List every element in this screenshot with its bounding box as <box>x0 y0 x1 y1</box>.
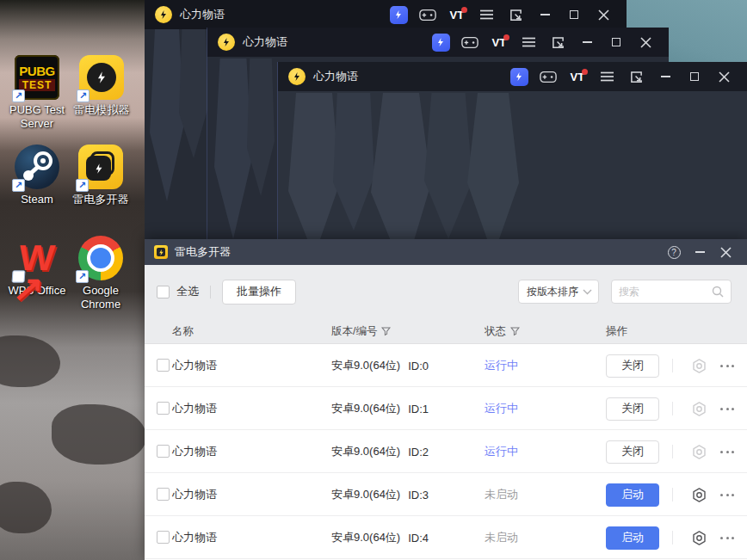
icon-label: Steam <box>21 193 53 206</box>
status-badge: 未启动 <box>485 516 518 559</box>
window-title: 心力物语 <box>243 34 287 50</box>
titlebar[interactable]: 心力物语 VT <box>207 28 669 57</box>
more-options-icon[interactable] <box>720 365 734 367</box>
status-badge: 未启动 <box>485 473 518 516</box>
instance-row: 心力物语 安卓9.0(64位)ID:0 运行中 关闭 <box>145 344 747 387</box>
notification-dot <box>582 69 588 75</box>
row-checkbox[interactable] <box>157 531 170 544</box>
lightning-bolt-icon <box>93 163 105 175</box>
desktop-icon-pubg-test-server[interactable]: PUBG TEST ↗ PUBG Test Server <box>0 55 74 131</box>
divider <box>672 359 673 372</box>
vt-virtualization-button[interactable]: VT <box>442 0 472 29</box>
gamepad-icon[interactable] <box>455 28 485 57</box>
maximize-button[interactable] <box>602 28 631 57</box>
pubg-art-text: PUBG <box>19 64 54 78</box>
settings-gear-icon[interactable] <box>684 401 713 417</box>
more-options-icon[interactable] <box>720 494 734 496</box>
more-options-icon[interactable] <box>720 537 734 539</box>
row-checkbox[interactable] <box>157 402 170 415</box>
settings-gear-icon[interactable] <box>684 530 713 546</box>
menu-icon[interactable] <box>472 0 501 29</box>
stop-instance-button[interactable]: 关闭 <box>606 440 659 464</box>
manager-app-icon <box>154 245 168 259</box>
more-options-icon[interactable] <box>720 408 734 410</box>
close-button[interactable] <box>709 62 738 91</box>
titlebar[interactable]: 心力物语 VT <box>145 0 627 29</box>
menu-icon[interactable] <box>514 28 543 57</box>
ldplayer-icon: ↗ <box>79 55 124 100</box>
search-icon <box>712 286 724 298</box>
vt-virtualization-button[interactable]: VT <box>563 62 592 91</box>
desktop-icon-google-chrome[interactable]: ↗ Google Chrome <box>64 236 138 311</box>
search-box[interactable] <box>611 280 732 304</box>
vt-virtualization-button[interactable]: VT <box>485 28 514 57</box>
shortcut-arrow-icon: ↗ <box>77 89 90 102</box>
header-version: 版本/编号 <box>331 318 391 344</box>
gamepad-icon[interactable] <box>413 0 442 29</box>
more-options-icon[interactable] <box>720 451 734 453</box>
sort-dropdown-value: 按版本排序 <box>527 285 583 299</box>
desktop-icon-ld-multiplayer[interactable]: ↗ 雷电多开器 <box>64 145 138 206</box>
select-all-label: 全选 <box>176 284 199 299</box>
pubg-icon: PUBG TEST ↗ <box>15 55 59 100</box>
ldplayer-logo-icon <box>155 6 172 23</box>
batch-operations-button[interactable]: 批量操作 <box>222 280 296 305</box>
boost-icon[interactable] <box>504 62 534 91</box>
stop-instance-button[interactable]: 关闭 <box>606 354 659 378</box>
instance-version: 安卓9.0(64位)ID:2 <box>331 430 429 473</box>
minimize-button[interactable] <box>651 62 680 91</box>
maximize-button[interactable] <box>559 0 589 29</box>
maximize-button[interactable] <box>680 62 709 91</box>
window-title: 心力物语 <box>180 7 225 22</box>
popout-icon[interactable] <box>621 62 651 91</box>
search-input[interactable] <box>619 286 712 298</box>
row-checkbox[interactable] <box>157 359 170 372</box>
boost-icon[interactable] <box>384 0 413 29</box>
close-button[interactable] <box>713 239 738 265</box>
instance-name: 心力物语 <box>172 344 217 387</box>
start-instance-button[interactable]: 启动 <box>606 483 659 507</box>
start-instance-button[interactable]: 启动 <box>606 526 659 550</box>
popout-icon[interactable] <box>501 0 530 29</box>
ldplayer-logo-icon <box>288 68 306 85</box>
settings-gear-icon[interactable] <box>684 444 713 460</box>
notification-dot <box>461 7 467 13</box>
divider <box>672 488 673 502</box>
notification-dot <box>503 34 509 40</box>
manager-toolbar: 全选 批量操作 按版本排序 <box>145 265 747 318</box>
instance-version: 安卓9.0(64位)ID:4 <box>331 516 429 559</box>
sort-dropdown[interactable]: 按版本排序 <box>518 280 599 304</box>
row-checkbox[interactable] <box>157 445 170 458</box>
icon-label: 雷电模拟器 <box>74 103 130 117</box>
row-checkbox[interactable] <box>157 488 170 501</box>
boost-icon[interactable] <box>426 28 455 57</box>
titlebar[interactable]: 心力物语 VT <box>278 62 747 91</box>
minimize-button[interactable] <box>572 28 602 57</box>
help-icon[interactable]: ? <box>661 239 687 265</box>
chevron-down-icon <box>583 289 592 295</box>
desktop-icon-ldplayer[interactable]: ↗ 雷电模拟器 <box>65 55 139 117</box>
popout-icon[interactable] <box>543 28 572 57</box>
instance-name: 心力物语 <box>172 473 217 516</box>
menu-icon[interactable] <box>592 62 621 91</box>
instance-row: 心力物语 安卓9.0(64位)ID:2 运行中 关闭 <box>145 430 747 473</box>
ldplayer-logo-icon <box>218 34 235 51</box>
close-button[interactable] <box>631 28 660 57</box>
window-title: 心力物语 <box>313 69 358 84</box>
instance-table: 心力物语 安卓9.0(64位)ID:0 运行中 关闭 心力物语 安卓9.0(64… <box>145 344 747 560</box>
settings-gear-icon[interactable] <box>684 487 713 503</box>
status-badge: 运行中 <box>485 387 518 430</box>
shortcut-arrow-icon: ↗ <box>11 270 25 282</box>
manager-titlebar[interactable]: 雷电多开器 ? <box>145 239 747 265</box>
minimize-button[interactable] <box>687 239 713 265</box>
settings-gear-icon[interactable] <box>684 358 713 374</box>
filter-icon[interactable] <box>510 327 520 336</box>
instance-version: 安卓9.0(64位)ID:1 <box>331 387 429 430</box>
gamepad-icon[interactable] <box>534 62 563 91</box>
minimize-button[interactable] <box>530 0 559 29</box>
close-button[interactable] <box>589 0 618 29</box>
header-status: 状态 <box>485 318 520 344</box>
filter-icon[interactable] <box>381 327 391 336</box>
select-all-checkbox[interactable] <box>157 286 170 298</box>
stop-instance-button[interactable]: 关闭 <box>606 397 659 421</box>
